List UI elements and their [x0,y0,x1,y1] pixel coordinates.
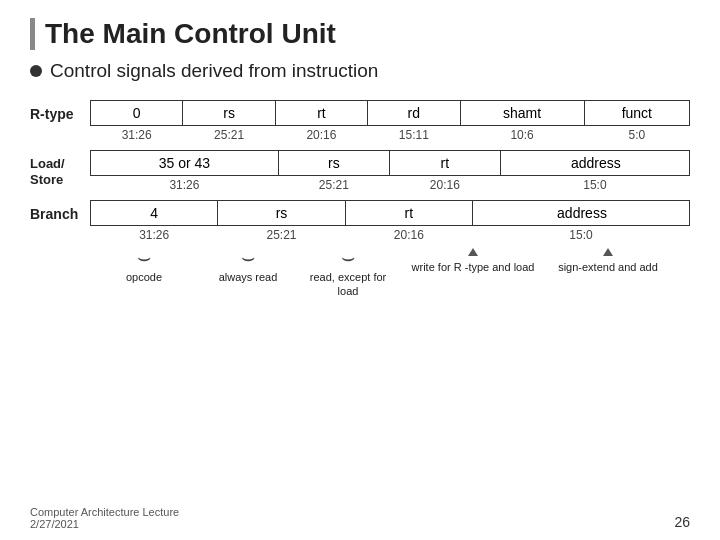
ls-bits-0: 31:26 [91,176,279,195]
rtype-bits-4: 10:6 [460,126,584,145]
br-field-rs: rs [218,201,345,226]
loadstore-label: Load/Store [30,150,90,194]
rtype-table: 0 rs rt rd shamt funct 31:26 25:21 20:16… [90,100,690,144]
br-bits-1: 25:21 [218,226,345,245]
branch-row: Branch 4 rs rt address 31:26 25:21 20:16… [30,200,690,244]
rtype-field-0: 0 [91,101,183,126]
rtype-label: R-type [30,100,90,144]
page-title: The Main Control Unit [30,18,690,50]
ls-field-35or43: 35 or 43 [91,151,279,176]
always-read-label: always read [219,271,278,285]
sign-extend-arrow-icon [603,248,613,256]
annotations-area: ⌣ opcode ⌣ always read ⌣ read, except fo… [30,248,690,298]
rtype-field-rs: rs [183,101,275,126]
br-bits-3: 15:0 [472,226,689,245]
date-label: 2/27/2021 [30,518,179,530]
rtype-bits-0: 31:26 [91,126,183,145]
read-except-brace: ⌣ [300,248,400,268]
ls-bits-3: 15:0 [500,176,689,195]
branch-table: 4 rs rt address 31:26 25:21 20:16 15:0 [90,200,690,244]
ann-opcode: ⌣ opcode [90,248,198,285]
br-field-4: 4 [91,201,218,226]
course-label: Computer Architecture Lecture [30,506,179,518]
ls-field-rs: rs [278,151,389,176]
rtype-bits-5: 5:0 [584,126,689,145]
loadstore-fields-row: 35 or 43 rs rt address [91,151,690,176]
rtype-bits-1: 25:21 [183,126,275,145]
ls-bits-1: 25:21 [278,176,389,195]
rtype-bits-2: 20:16 [275,126,367,145]
ls-bits-2: 20:16 [389,176,500,195]
ann-sign-extend: sign-extend and add [548,248,668,275]
rtype-field-rd: rd [368,101,460,126]
rtype-field-shamt: shamt [460,101,584,126]
always-read-brace: ⌣ [200,248,300,268]
branch-bits-row: 31:26 25:21 20:16 15:0 [91,226,690,245]
rtype-field-rt: rt [275,101,367,126]
ls-field-rt: rt [389,151,500,176]
ann-write-r: write for R -type and load [398,248,548,275]
subtitle: Control signals derived from instruction [30,60,690,82]
br-field-rt: rt [345,201,472,226]
rtype-fields-row: 0 rs rt rd shamt funct [91,101,690,126]
page: The Main Control Unit Control signals de… [0,0,720,540]
ann-read-except: ⌣ read, except for load [298,248,398,298]
branch-label: Branch [30,200,90,244]
footer: Computer Architecture Lecture 2/27/2021 [30,506,179,530]
read-except-label: read, except for load [298,271,398,299]
write-r-label: write for R -type and load [412,261,535,275]
write-r-arrow-icon [468,248,478,256]
branch-fields-row: 4 rs rt address [91,201,690,226]
opcode-brace: ⌣ [92,248,200,268]
rtype-bits-row: 31:26 25:21 20:16 15:11 10:6 5:0 [91,126,690,145]
loadstore-row: Load/Store 35 or 43 rs rt address 31:26 … [30,150,690,194]
bullet-icon [30,65,42,77]
loadstore-bits-row: 31:26 25:21 20:16 15:0 [91,176,690,195]
rtype-bits-3: 15:11 [368,126,460,145]
rtype-row: R-type 0 rs rt rd shamt funct 31:26 25:2… [30,100,690,144]
ls-field-address: address [500,151,689,176]
page-number: 26 [674,514,690,530]
br-field-address: address [472,201,689,226]
br-bits-2: 20:16 [345,226,472,245]
sign-extend-label: sign-extend and add [558,261,658,275]
rtype-field-funct: funct [584,101,689,126]
loadstore-table: 35 or 43 rs rt address 31:26 25:21 20:16… [90,150,690,194]
ann-always-read: ⌣ always read [198,248,298,285]
br-bits-0: 31:26 [91,226,218,245]
opcode-label: opcode [126,271,162,285]
